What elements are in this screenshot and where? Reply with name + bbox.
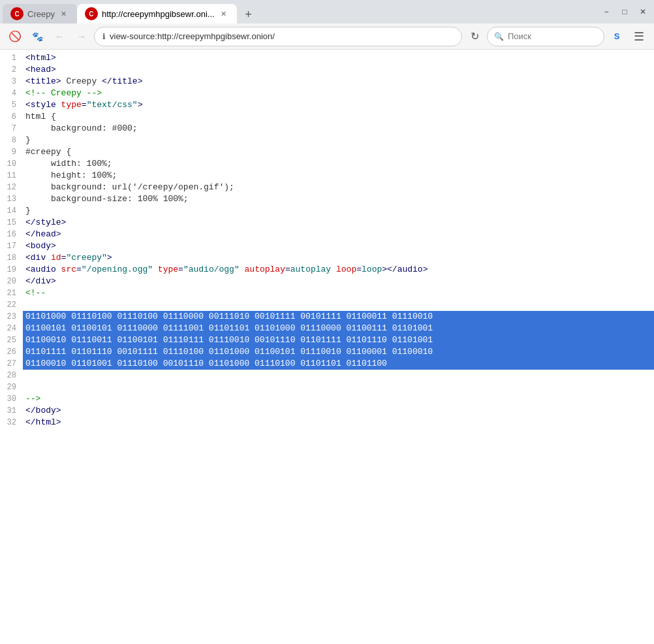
line-number: 16: [0, 229, 23, 240]
source-line-8: 8}: [0, 135, 654, 146]
line-content: #creepy {: [23, 146, 654, 158]
source-line-27: 2701100010 01101001 01110100 00101110 01…: [0, 358, 654, 370]
line-content: background-size: 100% 100%;: [23, 193, 654, 205]
source-line-17: 17<body>: [0, 240, 654, 252]
line-content: [23, 370, 654, 381]
source-line-25: 2501100010 01110011 01100101 01110111 01…: [0, 334, 654, 346]
source-line-32: 32</html>: [0, 417, 654, 428]
line-content: 01100010 01101001 01110100 00101110 0110…: [23, 358, 654, 370]
line-content: </head>: [23, 229, 654, 240]
line-number: 7: [0, 123, 23, 135]
new-tab-button[interactable]: +: [240, 5, 258, 24]
line-number: 29: [0, 381, 23, 393]
line-content: width: 100%;: [23, 158, 654, 170]
title-bar: C Creepy ✕ C http://creepymhpgibsewr.oni…: [0, 0, 654, 24]
skype-button[interactable]: S: [607, 27, 627, 46]
line-content: [23, 381, 654, 393]
tab-title-1: Creepy: [27, 9, 55, 19]
line-content: <html>: [23, 52, 654, 64]
source-line-29: 29: [0, 381, 654, 393]
reload-button[interactable]: ↻: [465, 27, 484, 46]
line-content: </html>: [23, 417, 654, 428]
line-number: 9: [0, 146, 23, 158]
source-line-11: 11 height: 100%;: [0, 170, 654, 182]
line-content: 01101111 01101110 00101111 01110100 0110…: [23, 346, 654, 358]
source-view: 1<html>2<head>3<title> Creepy </title>4<…: [0, 50, 654, 644]
line-content: <style type="text/css">: [23, 99, 654, 111]
extensions-icon[interactable]: 🐾: [27, 27, 47, 46]
line-number: 32: [0, 417, 23, 428]
close-button[interactable]: ✕: [634, 3, 651, 20]
nav-bar: 🚫 🐾 ← → ℹ view-source:http://creepymhpgi…: [0, 24, 654, 50]
source-line-1: 1<html>: [0, 52, 654, 64]
source-line-31: 31</body>: [0, 405, 654, 417]
line-content: </body>: [23, 405, 654, 417]
line-number: 23: [0, 311, 23, 323]
address-bar[interactable]: ℹ view-source:http://creepymhpgibsewr.on…: [94, 27, 462, 46]
line-number: 3: [0, 76, 23, 88]
source-line-21: 21<!--: [0, 287, 654, 299]
line-number: 14: [0, 205, 23, 217]
source-line-26: 2601101111 01101110 00101111 01110100 01…: [0, 346, 654, 358]
line-number: 31: [0, 405, 23, 417]
line-number: 24: [0, 323, 23, 334]
minimize-button[interactable]: −: [598, 3, 615, 20]
source-line-13: 13 background-size: 100% 100%;: [0, 193, 654, 205]
line-content: -->: [23, 393, 654, 405]
source-line-20: 20</div>: [0, 276, 654, 287]
line-content: <title> Creepy </title>: [23, 76, 654, 88]
back-button[interactable]: ←: [50, 27, 69, 46]
source-line-15: 15</style>: [0, 217, 654, 229]
window-controls: − □ ✕: [598, 3, 651, 20]
no-script-icon[interactable]: 🚫: [5, 27, 25, 46]
line-content: html {: [23, 111, 654, 123]
line-number: 25: [0, 334, 23, 346]
line-number: 10: [0, 158, 23, 170]
search-bar[interactable]: 🔍: [487, 27, 604, 46]
line-number: 8: [0, 135, 23, 146]
line-number: 2: [0, 64, 23, 76]
source-line-23: 2301101000 01110100 01110100 01110000 00…: [0, 311, 654, 323]
source-line-6: 6html {: [0, 111, 654, 123]
line-content: <body>: [23, 240, 654, 252]
line-number: 5: [0, 99, 23, 111]
browser-window: C Creepy ✕ C http://creepymhpgibsewr.oni…: [0, 0, 654, 644]
line-number: 6: [0, 111, 23, 123]
source-line-16: 16</head>: [0, 229, 654, 240]
source-line-14: 14}: [0, 205, 654, 217]
line-content: }: [23, 135, 654, 146]
maximize-button[interactable]: □: [616, 3, 633, 20]
line-content: <div id="creepy">: [23, 252, 654, 264]
line-content: <audio src="/opening.ogg" type="audio/og…: [23, 264, 654, 276]
line-number: 26: [0, 346, 23, 358]
source-line-2: 2<head>: [0, 64, 654, 76]
line-content: <head>: [23, 64, 654, 76]
line-number: 30: [0, 393, 23, 405]
line-number: 28: [0, 370, 23, 381]
menu-button[interactable]: ☰: [629, 27, 649, 46]
source-line-5: 5<style type="text/css">: [0, 99, 654, 111]
favicon-2: C: [85, 7, 98, 20]
line-content: background: #000;: [23, 123, 654, 135]
line-content: 01100101 01100101 01110000 01111001 0110…: [23, 323, 654, 334]
tab-close-2[interactable]: ✕: [219, 8, 229, 19]
source-line-12: 12 background: url('/creepy/open.gif');: [0, 182, 654, 193]
tab-title-2: http://creepymhpgibsewr.oni...: [102, 9, 215, 19]
line-number: 15: [0, 217, 23, 229]
line-content: 01101000 01110100 01110100 01110000 0011…: [23, 311, 654, 323]
source-line-3: 3<title> Creepy </title>: [0, 76, 654, 88]
source-line-24: 2401100101 01100101 01110000 01111001 01…: [0, 323, 654, 334]
search-icon: 🔍: [494, 32, 504, 41]
source-line-9: 9#creepy {: [0, 146, 654, 158]
line-number: 13: [0, 193, 23, 205]
forward-button[interactable]: →: [72, 27, 91, 46]
search-input[interactable]: [508, 31, 586, 41]
line-content: <!--: [23, 287, 654, 299]
line-content: 01100010 01110011 01100101 01110111 0111…: [23, 334, 654, 346]
line-number: 1: [0, 52, 23, 64]
line-number: 19: [0, 264, 23, 276]
tab-close-1[interactable]: ✕: [59, 8, 69, 19]
line-number: 4: [0, 88, 23, 99]
tab-source-active[interactable]: C http://creepymhpgibsewr.oni... ✕: [77, 4, 237, 24]
tab-creepy-inactive[interactable]: C Creepy ✕: [3, 4, 77, 24]
